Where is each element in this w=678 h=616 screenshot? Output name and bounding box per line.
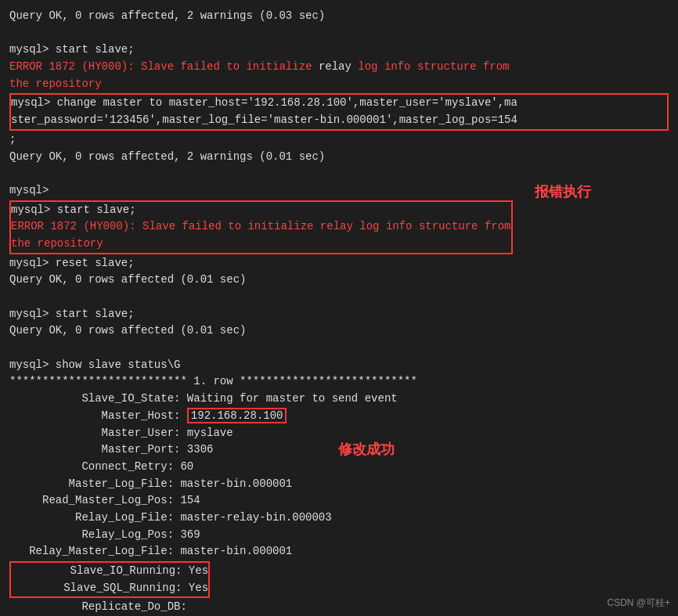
line-14: the repository bbox=[11, 236, 511, 253]
line-25: Master_User: myslave bbox=[9, 425, 669, 442]
line-empty-1 bbox=[9, 25, 669, 42]
line-23: Slave_IO_State: Waiting for master to se… bbox=[9, 391, 669, 408]
line-21: mysql> show slave status\G bbox=[9, 357, 669, 374]
watermark: CSDN @可桂+ bbox=[607, 596, 670, 610]
line-13: ERROR 1872 (HY000): Slave failed to init… bbox=[11, 218, 511, 236]
line-empty-2 bbox=[9, 165, 669, 182]
line-18: mysql> start slave; bbox=[9, 306, 669, 323]
running-block: Slave_IO_Running: Yes Slave_SQL_Running:… bbox=[9, 561, 210, 598]
line-35: Replicate_Do_DB: bbox=[9, 599, 669, 616]
line-1: Query OK, 0 rows affected, 2 warnings (0… bbox=[9, 8, 669, 25]
line-29: Read_Master_Log_Pos: 154 bbox=[9, 492, 669, 510]
master-host-box: 192.168.28.100 bbox=[187, 408, 287, 423]
line-3: mysql> start slave; bbox=[9, 41, 669, 59]
line-30: Relay_Log_File: master-relay-bin.000003 bbox=[9, 510, 669, 527]
line-9: Query OK, 0 rows affected, 2 warnings (0… bbox=[9, 149, 669, 166]
terminal: Query OK, 0 rows affected, 2 warnings (0… bbox=[0, 0, 678, 616]
error-block: mysql> start slave; ERROR 1872 (HY000): … bbox=[9, 200, 513, 254]
line-32: Relay_Master_Log_File: master-bin.000001 bbox=[9, 543, 669, 560]
line-16: Query OK, 0 rows affected (0.01 sec) bbox=[9, 272, 669, 289]
error-annotation: 报错执行 bbox=[535, 184, 591, 200]
line-empty-3 bbox=[9, 289, 669, 306]
cmd-highlight-block: mysql> change master to master_host='192… bbox=[9, 93, 669, 130]
line-22: *************************** 1. row *****… bbox=[9, 373, 669, 391]
line-31: Relay_Log_Pos: 369 bbox=[9, 527, 669, 544]
line-8: ; bbox=[9, 131, 669, 149]
line-33: Slave_IO_Running: Yes bbox=[11, 563, 208, 580]
line-4: ERROR 1872 (HY000): Slave failed to init… bbox=[9, 59, 669, 76]
line-5: the repository bbox=[9, 76, 669, 93]
line-27: Connect_Retry: 60 bbox=[9, 459, 669, 476]
line-12: mysql> start slave; bbox=[11, 202, 511, 219]
line-empty-4 bbox=[9, 340, 669, 357]
line-28: Master_Log_File: master-bin.000001 bbox=[9, 476, 669, 493]
line-7: ster_password='123456',master_log_file='… bbox=[11, 112, 667, 129]
success-annotation-container: Master_Port: 3306 修改成功 bbox=[9, 441, 669, 459]
line-6: mysql> change master to master_host='192… bbox=[11, 95, 667, 112]
line-19: Query OK, 0 rows affected (0.01 sec) bbox=[9, 322, 669, 340]
success-annotation: 修改成功 bbox=[338, 440, 395, 459]
line-24: Master_Host: 192.168.28.100 bbox=[9, 408, 669, 425]
line-34: Slave_SQL_Running: Yes bbox=[11, 580, 208, 597]
line-15: mysql> reset slave; bbox=[9, 255, 669, 272]
